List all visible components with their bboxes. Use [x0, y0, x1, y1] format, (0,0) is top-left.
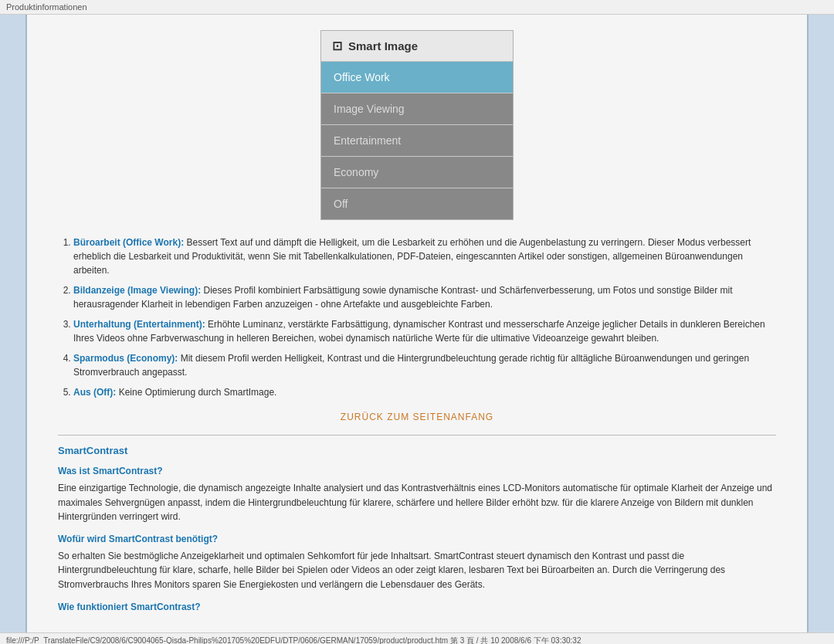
sidebar-right: [807, 15, 834, 632]
smart-contrast-title: SmartContrast: [58, 445, 776, 456]
top-bar: Produktinformationen: [0, 0, 834, 15]
item3-link[interactable]: Unterhaltung (Entertainment):: [73, 319, 205, 330]
subsection1-text: Eine einzigartige Technologie, die dynam…: [58, 481, 776, 524]
item5-link[interactable]: Aus (Off):: [73, 387, 116, 398]
item5-text: Keine Optimierung durch SmartImage.: [116, 387, 276, 398]
description-list: Büroarbeit (Office Work): Bessert Text a…: [58, 236, 776, 399]
list-item: Büroarbeit (Office Work): Bessert Text a…: [73, 236, 776, 277]
list-item: Unterhaltung (Entertainment): Erhöhte Lu…: [73, 317, 776, 345]
top-bar-label: Produktinformationen: [6, 2, 87, 12]
item2-link[interactable]: Bildanzeige (Image Viewing):: [73, 285, 201, 296]
main-content: ⊡ Smart Image Office Work Image Viewing …: [27, 15, 807, 632]
menu-item-economy[interactable]: Economy: [321, 157, 513, 188]
subsection2-title: Wofür wird SmartContrast benötigt?: [58, 534, 776, 544]
subsection2-text: So erhalten Sie bestmögliche Anzeigeklar…: [58, 549, 776, 592]
menu-item-entertainment[interactable]: Entertainment: [321, 125, 513, 157]
menu-item-office-work[interactable]: Office Work: [321, 62, 513, 93]
menu-item-off[interactable]: Off: [321, 188, 513, 219]
menu-item-image-viewing[interactable]: Image Viewing: [321, 93, 513, 125]
list-item: Bildanzeige (Image Viewing): Dieses Prof…: [73, 283, 776, 311]
subsection1-title: Was ist SmartContrast?: [58, 466, 776, 476]
list-item: Sparmodus (Economy): Mit diesem Profil w…: [73, 351, 776, 379]
subsection3-title: Wie funktioniert SmartContrast?: [58, 602, 776, 612]
bottom-bar: file:///P:/P_TranslateFile/C9/2008/6/C90…: [0, 632, 834, 644]
section-divider: [58, 435, 776, 436]
item1-link[interactable]: Büroarbeit (Office Work):: [73, 237, 184, 248]
back-to-top-link[interactable]: ZURÜCK ZUM SEITENANFANG: [58, 412, 776, 422]
bottom-bar-text: file:///P:/P_TranslateFile/C9/2008/6/C90…: [6, 636, 581, 644]
smart-image-box: ⊡ Smart Image Office Work Image Viewing …: [320, 30, 514, 220]
smart-image-title: Smart Image: [348, 39, 418, 53]
smart-contrast-section: SmartContrast Was ist SmartContrast? Ein…: [58, 445, 776, 612]
smart-image-icon: ⊡: [332, 39, 342, 53]
sidebar-left: [0, 15, 27, 632]
smart-image-header: ⊡ Smart Image: [321, 31, 513, 62]
item4-link[interactable]: Sparmodus (Economy):: [73, 353, 178, 364]
list-item: Aus (Off): Keine Optimierung durch Smart…: [73, 385, 776, 399]
